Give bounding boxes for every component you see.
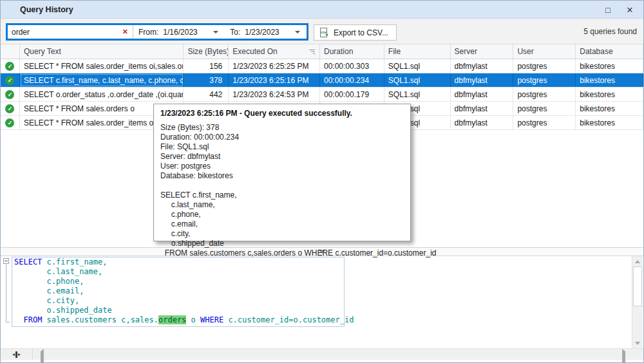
code-line: o.shipped_date (14, 306, 354, 315)
scroll-up-icon[interactable] (632, 256, 643, 266)
tooltip-info-line: User: postgres (160, 162, 404, 171)
grid-header: Query TextSize (Bytes)Executed OnDuratio… (1, 44, 643, 59)
column-header-label: Size (Bytes) (187, 47, 229, 56)
export-label: Export to CSV... (334, 28, 388, 37)
query-history-row[interactable]: ✓SELECT c.first_name, c.last_name, c.pho… (1, 73, 643, 88)
column-header-label: Duration (324, 47, 353, 56)
query-cell: SELECT o.order_status ,o.order_date ,(oi… (20, 88, 184, 101)
splitter-left-arrow-icon: ◂ (12, 352, 15, 357)
tooltip-info-line: Database: bikestores (160, 171, 404, 181)
close-button[interactable]: ✕ (620, 2, 639, 17)
column-header-label: File (388, 47, 401, 56)
query-history-row[interactable]: ✓SELECT * FROM sales.order_items oi,sale… (1, 59, 643, 73)
database-cell: bikestores (576, 59, 643, 73)
tooltip-sql-line: FROM sales.customers c,sales.orders o WH… (160, 248, 404, 258)
fold-guide-line (6, 264, 6, 322)
user-cell: postgres (513, 73, 576, 87)
query-history-row[interactable]: ✓SELECT o.order_status ,o.order_date ,(o… (1, 88, 643, 102)
editor-horizontal-scrollbar[interactable]: ◂ ▸ (1, 348, 643, 360)
column-header-user[interactable]: User (513, 44, 576, 59)
tooltip-sql-line: SELECT c.first_name, (160, 191, 404, 200)
splitter-right-arrow-icon: ▸ (18, 352, 21, 357)
tooltip-sql-line: o.shipped_date (160, 239, 404, 248)
maximize-button[interactable]: □ (598, 2, 618, 17)
server-cell: dbfmylast (451, 73, 514, 87)
splitter-drag-handle[interactable]: ◂ ▸ (1, 349, 33, 360)
sort-descending-icon (309, 50, 315, 54)
window-title: Query History (1, 5, 73, 14)
column-header-file[interactable]: File (384, 44, 451, 59)
fold-guide-tick (6, 322, 10, 322)
status-cell: ✓ (1, 59, 20, 73)
sql-preview-editor[interactable]: SELECT c.first_name, c.last_name, c.phon… (1, 256, 643, 348)
duration-cell: 00:00:00.303 (320, 59, 384, 73)
code-line: c.city, (14, 296, 354, 306)
to-label: To: (230, 28, 240, 37)
duration-cell: 00:00:00.234 (320, 73, 384, 87)
tooltip-info-line: File: SQL1.sql (160, 142, 404, 152)
column-header-server[interactable]: Server (451, 44, 514, 59)
query-details-tooltip: 1/23/2023 6:25:16 PM - Query executed su… (153, 104, 411, 241)
server-cell: dbfmylast (451, 88, 514, 101)
column-header-size[interactable]: Size (Bytes) (184, 44, 229, 59)
database-cell: bikestores (576, 88, 643, 101)
column-header-database[interactable]: Database (576, 44, 643, 59)
executed-cell: 1/23/2023 6:25:25 PM (229, 59, 320, 73)
from-date-value[interactable]: 1/16/2023 (163, 28, 212, 37)
tooltip-sql-line: c.phone, (160, 210, 404, 219)
editor-vertical-scrollbar[interactable] (632, 256, 643, 348)
file-cell: SQL1.sql (384, 59, 451, 73)
title-bar[interactable]: Query History □ ✕ (1, 1, 643, 19)
to-date-field[interactable]: To: 1/23/2023 (225, 25, 307, 39)
file-cell: SQL1.sql (384, 73, 451, 87)
filter-box: order ✕ From: 1/16/2023 To: 1/23/2023 (6, 23, 308, 41)
tooltip-info: Size (Bytes): 378Duration: 00:00:00.234F… (160, 123, 404, 181)
column-header-duration[interactable]: Duration (320, 44, 384, 59)
column-header-status[interactable] (1, 44, 20, 59)
executed-cell: 1/23/2023 6:25:16 PM (229, 73, 320, 87)
query-history-window: Query History □ ✕ order ✕ From: 1/16/202… (0, 0, 644, 363)
scroll-left-icon[interactable] (41, 351, 44, 363)
success-check-icon: ✓ (5, 104, 14, 113)
from-date-field[interactable]: From: 1/16/2023 (133, 25, 225, 39)
search-value: order (12, 28, 30, 37)
to-date-value[interactable]: 1/23/2023 (245, 28, 294, 37)
results-count: 5 queries found (583, 27, 637, 36)
tooltip-sql-line: c.last_name, (160, 200, 404, 210)
server-cell: dbfmylast (451, 116, 514, 129)
status-cell: ✓ (1, 88, 20, 101)
query-cell: SELECT c.first_name, c.last_name, c.phon… (20, 73, 184, 87)
status-cell: ✓ (1, 102, 20, 115)
user-cell: postgres (513, 116, 576, 129)
executed-cell: 1/23/2023 6:24:53 PM (229, 88, 320, 101)
scroll-down-icon[interactable] (632, 338, 643, 348)
tooltip-info-line: Server: dbfmylast (160, 152, 404, 162)
from-label: From: (138, 28, 158, 37)
database-cell: bikestores (576, 73, 643, 87)
code-line: c.last_name, (14, 267, 354, 277)
search-input[interactable]: order ✕ (8, 25, 133, 39)
column-header-label: Query Text (24, 47, 61, 56)
tooltip-spacer (160, 181, 404, 191)
database-cell: bikestores (576, 116, 643, 129)
query-cell: SELECT * FROM sales.order_items oi,sales… (20, 59, 184, 73)
database-cell: bikestores (576, 102, 643, 115)
column-header-query[interactable]: Query Text (20, 44, 184, 59)
column-header-executed[interactable]: Executed On (229, 44, 320, 59)
clear-search-icon[interactable]: ✕ (120, 28, 130, 36)
export-to-csv-button[interactable]: csv Export to CSV... (314, 24, 397, 41)
column-header-label: Database (580, 47, 612, 56)
from-dropdown-icon[interactable] (213, 31, 218, 33)
success-check-icon: ✓ (5, 90, 14, 99)
code-fold-collapse-icon[interactable] (3, 258, 9, 264)
to-dropdown-icon[interactable] (295, 31, 300, 33)
column-header-label: User (517, 47, 533, 56)
scroll-right-icon[interactable] (622, 351, 625, 363)
splitter-bar-icon (15, 351, 17, 358)
editor-code: SELECT c.first_name, c.last_name, c.phon… (14, 257, 354, 325)
vertical-scroll-thumb[interactable] (633, 266, 642, 306)
column-header-label: Server (455, 47, 477, 56)
user-cell: postgres (513, 88, 576, 101)
server-cell: dbfmylast (451, 102, 514, 115)
csv-file-icon: csv (319, 28, 329, 37)
